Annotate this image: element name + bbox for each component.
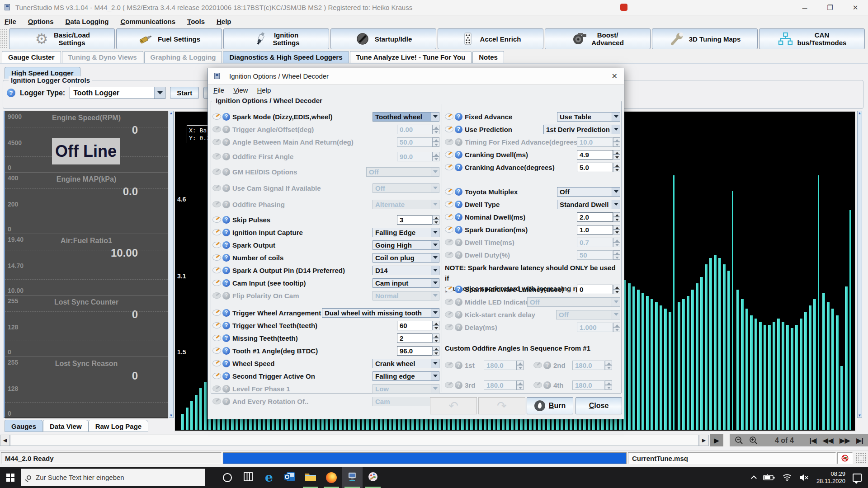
tab-tune-analyze-live-tune-for-you[interactable]: Tune Analyze Live! - Tune For You	[350, 51, 472, 63]
help-icon[interactable]: ?	[222, 216, 230, 224]
battery-icon[interactable]	[763, 474, 775, 481]
spin-down-icon[interactable]	[432, 351, 439, 356]
bottom-tab-raw-log-page[interactable]: Raw Log Page	[89, 420, 149, 432]
taskbar-paint-button[interactable]	[363, 467, 383, 488]
spin-up-icon[interactable]	[432, 346, 439, 351]
tab-diagnostics-high-speed-loggers[interactable]: Diagnostics & High Speed Loggers	[223, 51, 349, 63]
toolbar-button-boost-advanced[interactable]: Boost/Advanced	[545, 28, 651, 49]
dialog-menu-view[interactable]: View	[233, 86, 248, 94]
minimize-button[interactable]: ─	[792, 0, 817, 15]
help-icon[interactable]: ?	[7, 89, 15, 97]
toolbar-button-3d-tuning-maps[interactable]: 3D Tuning Maps	[652, 28, 758, 49]
wifi-icon[interactable]	[782, 474, 792, 481]
toolbar-button-basic-load-settings[interactable]: ⚙Basic/LoadSettings	[9, 28, 115, 49]
spinner-arrows[interactable]	[613, 285, 620, 294]
spinner-missing-teeth-teeth-[interactable]: 2	[397, 333, 439, 343]
spin-up-icon[interactable]	[432, 333, 439, 338]
help-icon[interactable]: ?	[455, 201, 462, 208]
dialog-menu-help[interactable]: Help	[257, 86, 271, 94]
taskbar-outlook-button[interactable]	[279, 467, 300, 488]
help-icon[interactable]: ?	[455, 188, 462, 196]
chart-scrollbar[interactable]: ▲▼	[857, 111, 862, 418]
spin-up-icon[interactable]	[613, 225, 620, 230]
spin-up-icon[interactable]	[613, 285, 620, 290]
gauge-scrollbar[interactable]: ▲▼	[169, 111, 174, 418]
combo-use-prediction[interactable]: 1st Deriv Prediction	[543, 125, 620, 134]
menu-communications[interactable]: Communications	[120, 18, 175, 25]
maximize-button[interactable]: ❐	[817, 0, 843, 15]
spin-down-icon[interactable]	[613, 230, 620, 235]
spinner-arrows[interactable]	[613, 150, 620, 160]
bottom-tab-data-view[interactable]: Data View	[43, 420, 89, 432]
toolbar-drag-handle[interactable]	[0, 28, 7, 49]
start-button[interactable]	[0, 467, 21, 488]
spinner-arrows[interactable]	[613, 225, 620, 235]
menu-tools[interactable]: Tools	[187, 18, 205, 25]
menu-file[interactable]: File	[5, 18, 16, 25]
action-center-icon[interactable]	[853, 474, 862, 482]
taskbar-tunerstudio-button[interactable]	[342, 467, 363, 488]
spin-up-icon[interactable]	[613, 163, 620, 168]
spinner-cranking-advance-degrees-[interactable]: 5.0	[577, 163, 620, 172]
help-icon[interactable]: ?	[222, 309, 230, 317]
logger-type-select[interactable]: Tooth Logger	[70, 87, 165, 99]
scrollbar-track[interactable]	[10, 435, 699, 446]
help-icon[interactable]: ?	[222, 347, 230, 355]
help-icon[interactable]: ?	[455, 213, 462, 221]
taskbar-explorer-button[interactable]	[300, 467, 321, 488]
pager-nav-button[interactable]: |◀	[809, 436, 816, 445]
combo-wheel-speed[interactable]: Crank wheel	[373, 359, 439, 368]
tab-tuning-dyno-views[interactable]: Tuning & Dyno Views	[62, 51, 143, 63]
help-icon[interactable]: ?	[222, 229, 230, 236]
combo-spark-a-output-pin-d14-preferred-[interactable]: D14	[373, 266, 439, 275]
spin-up-icon[interactable]	[613, 212, 620, 217]
taskbar-edge-button[interactable]: e	[259, 467, 279, 488]
toolbar-button-can-bus-testmodes[interactable]: CANbus/Testmodes	[759, 28, 865, 49]
spinner-nominal-dwell-ms-[interactable]: 2.0	[577, 212, 620, 222]
taskbar-taskview-button[interactable]	[238, 467, 259, 488]
spinner-arrows[interactable]	[613, 163, 620, 172]
combo-spark-mode-dizzy-edis-wheel-[interactable]: Toothed wheel	[373, 112, 439, 122]
spinner-skip-pulses[interactable]: 3	[397, 215, 439, 225]
close-button[interactable]: ✕	[843, 0, 868, 15]
combo-dwell-type[interactable]: Standard Dwell	[557, 200, 620, 209]
burn-button[interactable]: Burn	[527, 397, 573, 414]
help-icon[interactable]: ?	[455, 226, 462, 234]
spinner-tooth-1-angle-deg-btdc-[interactable]: 96.0	[397, 346, 439, 356]
scroll-right-button[interactable]: ▶	[699, 435, 709, 446]
spin-down-icon[interactable]	[432, 220, 439, 225]
spinner-arrows[interactable]	[432, 333, 439, 343]
dialog-menu-file[interactable]: File	[213, 86, 224, 94]
tab-gauge-cluster[interactable]: Gauge Cluster	[2, 51, 61, 63]
menu-data-logging[interactable]: Data Logging	[66, 18, 109, 25]
toolbar-button-fuel-settings[interactable]: Fuel Settings	[116, 28, 222, 49]
help-icon[interactable]: ?	[455, 286, 462, 293]
spin-up-icon[interactable]	[432, 215, 439, 220]
help-icon[interactable]: ?	[222, 372, 230, 380]
spinner-spark-hardware-latency-usec-[interactable]: 0	[577, 285, 620, 294]
taskbar-clock[interactable]: 08:29 28.11.2020	[816, 470, 845, 485]
taskbar-cortana-button[interactable]	[217, 467, 238, 488]
dialog-close-button[interactable]: Close	[576, 397, 622, 414]
dialog-close-icon[interactable]: ✕	[612, 72, 618, 80]
help-icon[interactable]: ?	[455, 126, 462, 133]
help-icon[interactable]: ?	[222, 113, 230, 121]
help-icon[interactable]: ?	[222, 241, 230, 249]
spinner-cranking-dwell-ms-[interactable]: 4.9	[577, 150, 620, 160]
toolbar-button-startup-idle[interactable]: Startup/Idle	[330, 28, 436, 49]
toolbar-button-accel-enrich[interactable]: Accel Enrich	[438, 28, 543, 49]
spinner-arrows[interactable]	[613, 212, 620, 222]
combo-cam-input-see-tooltip-[interactable]: Cam input	[373, 278, 439, 288]
start-button[interactable]: Start	[170, 87, 199, 99]
pager-nav-button[interactable]: ◀◀	[823, 436, 833, 445]
help-icon[interactable]: ?	[222, 254, 230, 262]
spinner-spark-duration-ms-[interactable]: 1.0	[577, 225, 620, 235]
spin-down-icon[interactable]	[613, 289, 620, 294]
tab-graphing-logging[interactable]: Graphing & Logging	[144, 51, 222, 63]
spinner-arrows[interactable]	[432, 215, 439, 225]
spin-up-icon[interactable]	[613, 150, 620, 155]
tab-notes[interactable]: Notes	[472, 51, 504, 63]
combo-fixed-advance[interactable]: Use Table	[557, 112, 620, 122]
help-icon[interactable]: ?	[222, 279, 230, 287]
spin-down-icon[interactable]	[613, 167, 620, 172]
